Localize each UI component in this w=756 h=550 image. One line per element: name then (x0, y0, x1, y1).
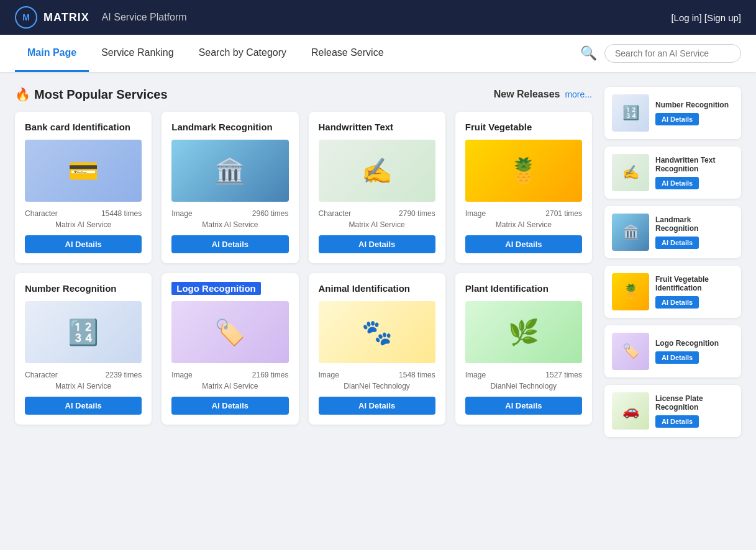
card-type: Image (465, 209, 486, 218)
header-subtitle: AI Service Platform (102, 12, 187, 23)
sidebar-info: Handwritten Text Recognition AI Details (655, 156, 734, 189)
cards-row-2: Number Recognition 🔢 Character 2239 time… (15, 273, 592, 425)
card-type: Image (465, 371, 486, 379)
ai-details-button[interactable]: AI Details (655, 113, 699, 125)
card-image-icon: 🏛️ (214, 156, 245, 186)
search-input[interactable] (604, 44, 741, 63)
ai-details-button[interactable]: AI Details (25, 397, 142, 415)
card-image: 🌿 (465, 301, 582, 363)
ai-details-button[interactable]: AI Details (465, 235, 582, 253)
more-link[interactable]: more... (565, 89, 592, 99)
sidebar-title: License Plate Recognition (655, 394, 734, 412)
ai-details-button[interactable]: AI Details (655, 351, 699, 364)
card-provider: Matrix AI Service (465, 220, 582, 229)
sidebar-thumb: 🚗 (612, 392, 649, 430)
card-number-recognition: Number Recognition 🔢 Character 2239 time… (15, 273, 152, 425)
card-title: Plant Identification (465, 283, 582, 294)
nav-main-page[interactable]: Main Page (15, 35, 89, 72)
card-title: Handwritten Text (319, 122, 435, 132)
card-image-icon: 🍍 (508, 156, 539, 186)
card-image: 🔢 (25, 301, 142, 363)
sidebar-title: Handwritten Text Recognition (655, 156, 734, 173)
card-provider: Matrix AI Service (171, 220, 288, 229)
card-handwritten-text: Handwritten Text ✍️ Character 2790 times… (309, 112, 445, 263)
card-count: 1527 times (545, 371, 582, 379)
nav-release-service[interactable]: Release Service (299, 35, 396, 72)
card-type: Image (319, 371, 339, 379)
card-image: 🏛️ (171, 140, 288, 202)
auth-links[interactable]: [Log in] [Sign up] (671, 12, 741, 23)
ai-details-button[interactable]: AI Details (655, 237, 699, 249)
nav-search-by-category[interactable]: Search by Category (186, 35, 299, 72)
card-count: 2960 times (252, 209, 289, 218)
brand-name: MATRIX (43, 11, 89, 24)
card-image-icon: ✍️ (362, 156, 393, 186)
card-meta: Character 15448 times (25, 209, 142, 218)
card-title: Fruit Vegetable (465, 122, 582, 132)
sidebar-thumb: ✍️ (612, 154, 649, 191)
nav: Main Page Service Ranking Search by Cate… (0, 35, 756, 72)
flame-icon: 🔥 (15, 87, 30, 102)
card-title: Bank card Identification (25, 122, 142, 132)
card-meta: Character 2239 times (25, 371, 142, 379)
card-title: Animal Identification (319, 283, 435, 294)
sidebar-title: Landmark Recognition (655, 215, 734, 233)
new-releases-label: New Releases (494, 89, 560, 100)
ai-details-button[interactable]: AI Details (465, 397, 582, 415)
card-plant-identification: Plant Identification 🌿 Image 1527 times … (455, 273, 592, 425)
card-provider: Matrix AI Service (25, 382, 142, 390)
logo-icon: M (15, 6, 37, 29)
highlight-badge: Logo Recognition (171, 282, 260, 295)
card-count: 15448 times (101, 209, 142, 218)
sidebar: 🔢 Number Recognition AI Details ✍️ Handw… (604, 87, 741, 444)
card-image-icon: 🏷️ (214, 318, 245, 347)
sidebar-title: Number Recognition (655, 101, 734, 109)
sidebar-item-license-plate: 🚗 License Plate Recognition AI Details (604, 385, 741, 437)
card-image: 🍍 (465, 140, 582, 202)
sidebar-thumb-icon: 🍍 (622, 284, 639, 300)
ai-details-button[interactable]: AI Details (25, 235, 142, 253)
ai-details-button[interactable]: AI Details (171, 235, 288, 253)
ai-details-button[interactable]: AI Details (171, 397, 288, 415)
card-title: Logo Recognition (171, 283, 288, 294)
nav-service-ranking[interactable]: Service Ranking (89, 35, 186, 72)
sidebar-thumb-icon: 🏷️ (622, 343, 639, 359)
most-popular-title: 🔥 Most Popular Services (15, 87, 168, 102)
card-image-icon: 🔢 (68, 318, 99, 347)
card-type: Character (319, 209, 352, 218)
ai-details-button[interactable]: AI Details (655, 415, 699, 428)
card-provider: Matrix AI Service (319, 220, 435, 229)
card-provider: DianNei Technology (319, 382, 435, 390)
card-provider: Matrix AI Service (171, 382, 288, 390)
sidebar-item-handwritten-text-recognition: ✍️ Handwritten Text Recognition AI Detai… (604, 147, 741, 199)
sidebar-thumb-icon: ✍️ (622, 165, 639, 181)
sidebar-thumb: 🏷️ (612, 333, 649, 370)
search-icon[interactable]: 🔍 (580, 45, 597, 61)
ai-details-button[interactable]: AI Details (655, 177, 699, 189)
card-animal-identification: Animal Identification 🐾 Image 1548 times… (309, 273, 445, 425)
cards-row-1: Bank card Identification 💳 Character 154… (15, 112, 592, 263)
sidebar-title: Fruit Vegetable Identification (655, 275, 734, 292)
ai-details-button[interactable]: AI Details (319, 235, 435, 253)
content-area: 🔥 Most Popular Services New Releases mor… (15, 87, 592, 444)
sidebar-info: Landmark Recognition AI Details (655, 215, 734, 249)
sidebar-thumb-icon: 🔢 (622, 105, 639, 121)
card-image: 💳 (25, 140, 142, 202)
card-meta: Image 2701 times (465, 209, 582, 218)
card-count: 2701 times (545, 209, 582, 218)
card-count: 1548 times (399, 371, 435, 379)
card-image: 🐾 (319, 301, 435, 363)
sidebar-info: Logo Recognition AI Details (655, 339, 734, 364)
sidebar-title: Logo Recognition (655, 339, 734, 348)
ai-details-button[interactable]: AI Details (655, 296, 699, 309)
card-count: 2169 times (252, 371, 289, 379)
section-header: 🔥 Most Popular Services New Releases mor… (15, 87, 592, 102)
card-bank-card-identification: Bank card Identification 💳 Character 154… (15, 112, 152, 263)
logo[interactable]: M MATRIX (15, 6, 89, 29)
sidebar-item-logo-recognition: 🏷️ Logo Recognition AI Details (604, 325, 741, 377)
sidebar-item-fruit-vegetable: 🍍 Fruit Vegetable Identification AI Deta… (604, 266, 741, 318)
card-type: Character (25, 371, 58, 379)
ai-details-button[interactable]: AI Details (319, 397, 435, 415)
card-provider: Matrix AI Service (25, 220, 142, 229)
main-content: 🔥 Most Popular Services New Releases mor… (0, 72, 756, 459)
